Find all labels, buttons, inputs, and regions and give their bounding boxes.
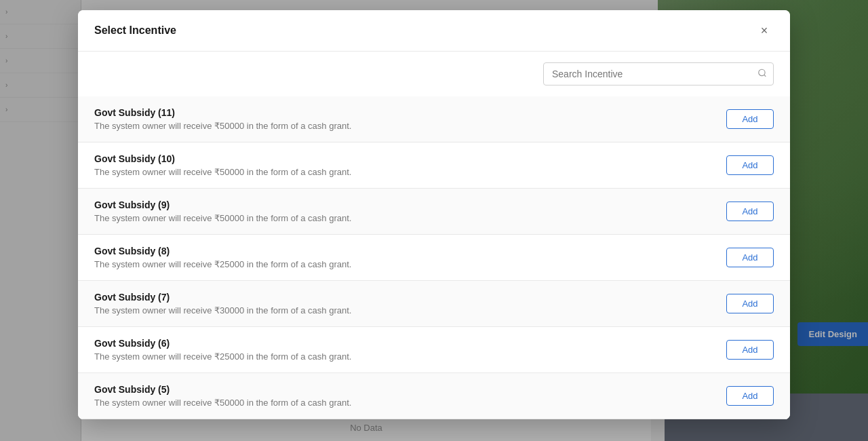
incentive-info-2: Govt Subsidy (9) The system owner will r… — [94, 199, 726, 223]
incentive-item: Govt Subsidy (10) The system owner will … — [78, 142, 790, 189]
incentive-item: Govt Subsidy (7) The system owner will r… — [78, 281, 790, 327]
incentive-desc-4: The system owner will receive ₹30000 in … — [94, 305, 726, 315]
incentive-info-3: Govt Subsidy (8) The system owner will r… — [94, 246, 726, 269]
incentive-item: Govt Subsidy (6) The system owner will r… — [78, 327, 790, 373]
add-incentive-button-5[interactable]: Add — [726, 340, 774, 360]
incentive-desc-0: The system owner will receive ₹50000 in … — [94, 121, 726, 131]
modal-backdrop: Select Incentive × Govt Subsidy (11) The… — [0, 0, 868, 441]
search-input-wrapper — [543, 62, 774, 85]
incentive-info-4: Govt Subsidy (7) The system owner will r… — [94, 292, 726, 315]
incentive-name-5: Govt Subsidy (6) — [94, 338, 726, 349]
search-incentive-input[interactable] — [543, 62, 774, 85]
incentive-desc-5: The system owner will receive ₹25000 in … — [94, 351, 726, 362]
incentive-item: Govt Subsidy (11) The system owner will … — [78, 96, 790, 142]
add-incentive-button-1[interactable]: Add — [726, 155, 774, 175]
incentive-list: Govt Subsidy (11) The system owner will … — [78, 96, 790, 419]
incentive-desc-2: The system owner will receive ₹50000 in … — [94, 213, 726, 223]
incentive-desc-1: The system owner will receive ₹50000 in … — [94, 167, 726, 177]
modal-header: Select Incentive × — [78, 10, 790, 52]
incentive-name-2: Govt Subsidy (9) — [94, 199, 726, 210]
incentive-item: Govt Subsidy (5) The system owner will r… — [78, 373, 790, 419]
modal-close-button[interactable]: × — [755, 21, 774, 40]
svg-point-0 — [759, 69, 765, 75]
incentive-info-0: Govt Subsidy (11) The system owner will … — [94, 107, 726, 131]
incentive-name-6: Govt Subsidy (5) — [94, 384, 726, 395]
incentive-name-4: Govt Subsidy (7) — [94, 292, 726, 303]
incentive-item: Govt Subsidy (9) The system owner will r… — [78, 189, 790, 235]
add-incentive-button-6[interactable]: Add — [726, 386, 774, 406]
add-incentive-button-2[interactable]: Add — [726, 202, 774, 221]
search-icon — [757, 69, 767, 80]
add-incentive-button-0[interactable]: Add — [726, 109, 774, 129]
incentive-desc-6: The system owner will receive ₹50000 in … — [94, 398, 726, 408]
incentive-info-1: Govt Subsidy (10) The system owner will … — [94, 153, 726, 177]
incentive-name-3: Govt Subsidy (8) — [94, 246, 726, 256]
modal-search-bar — [78, 52, 790, 96]
incentive-info-6: Govt Subsidy (5) The system owner will r… — [94, 384, 726, 408]
modal-title: Select Incentive — [94, 24, 176, 37]
svg-line-1 — [764, 75, 766, 77]
add-incentive-button-4[interactable]: Add — [726, 294, 774, 313]
incentive-info-5: Govt Subsidy (6) The system owner will r… — [94, 338, 726, 362]
incentive-desc-3: The system owner will receive ₹25000 in … — [94, 259, 726, 269]
incentive-name-1: Govt Subsidy (10) — [94, 153, 726, 164]
incentive-item: Govt Subsidy (8) The system owner will r… — [78, 235, 790, 281]
select-incentive-modal: Select Incentive × Govt Subsidy (11) The… — [78, 10, 790, 419]
add-incentive-button-3[interactable]: Add — [726, 248, 774, 267]
incentive-name-0: Govt Subsidy (11) — [94, 107, 726, 118]
